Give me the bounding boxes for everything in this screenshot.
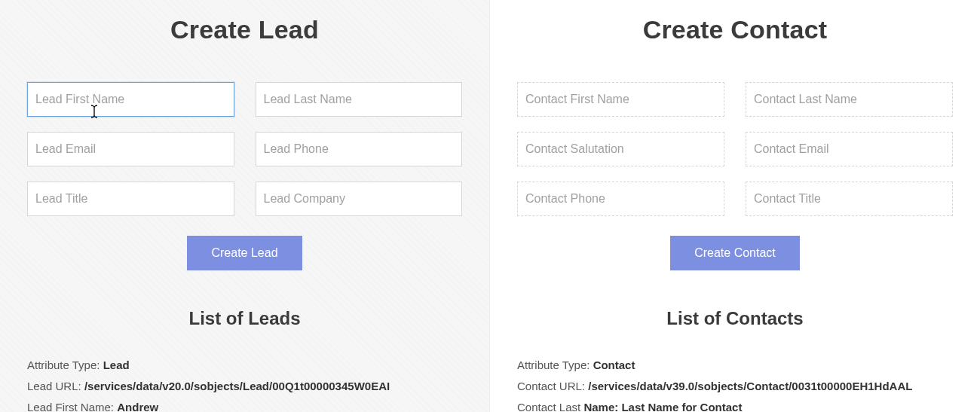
lead-list-heading: List of Leads: [27, 308, 462, 329]
contact-heading: Create Contact: [517, 15, 953, 44]
contact-url-label: Contact URL:: [517, 380, 588, 392]
lead-first-name-input[interactable]: [27, 82, 234, 117]
lead-fname-label: Lead First Name:: [27, 401, 117, 413]
lead-heading: Create Lead: [27, 15, 462, 44]
contact-title-input[interactable]: [746, 182, 953, 216]
lead-url-label: Lead URL:: [27, 380, 84, 392]
contact-form-grid: [517, 82, 953, 216]
lead-fname-value: Andrew: [117, 401, 158, 413]
contact-email-input[interactable]: [746, 132, 953, 166]
contact-panel: Create Contact Create Contact List of Co…: [490, 0, 980, 412]
lead-fname-row: Lead First Name: Andrew: [27, 397, 462, 413]
contact-attr-row: Attribute Type: Contact: [517, 355, 953, 376]
lead-button-row: Create Lead: [27, 236, 462, 270]
contact-list-heading: List of Contacts: [517, 308, 953, 329]
contact-button-row: Create Contact: [517, 236, 953, 270]
contact-lname-row: Contact Last Name: Last Name for Contact: [517, 397, 953, 413]
contact-attr-value: Contact: [593, 359, 635, 371]
contact-url-value: /services/data/v39.0/sobjects/Contact/00…: [588, 380, 912, 392]
contact-url-row: Contact URL: /services/data/v39.0/sobjec…: [517, 376, 953, 397]
contact-phone-input[interactable]: [517, 182, 724, 216]
create-lead-button[interactable]: Create Lead: [187, 236, 302, 270]
contact-salutation-input[interactable]: [517, 132, 724, 166]
lead-phone-input[interactable]: [256, 132, 463, 166]
contact-lname-label: Contact Last: [517, 401, 583, 413]
lead-url-value: /services/data/v20.0/sobjects/Lead/00Q1t…: [84, 380, 390, 392]
lead-attr-row: Attribute Type: Lead: [27, 355, 462, 376]
contact-lname-value: Name: Last Name for Contact: [583, 401, 742, 413]
create-contact-button[interactable]: Create Contact: [670, 236, 800, 270]
lead-details: Attribute Type: Lead Lead URL: /services…: [27, 355, 462, 412]
contact-last-name-input[interactable]: [746, 82, 953, 117]
contact-attr-label: Attribute Type:: [517, 359, 593, 371]
lead-email-input[interactable]: [27, 132, 234, 166]
lead-panel: Create Lead Create Lead List of Leads At…: [0, 0, 490, 412]
lead-attr-value: Lead: [103, 359, 130, 371]
lead-title-input[interactable]: [27, 182, 234, 216]
lead-form-grid: [27, 82, 462, 216]
lead-company-input[interactable]: [256, 182, 463, 216]
contact-details: Attribute Type: Contact Contact URL: /se…: [517, 355, 953, 412]
lead-attr-label: Attribute Type:: [27, 359, 103, 371]
lead-url-row: Lead URL: /services/data/v20.0/sobjects/…: [27, 376, 462, 397]
lead-last-name-input[interactable]: [256, 82, 463, 117]
contact-first-name-input[interactable]: [517, 82, 724, 117]
